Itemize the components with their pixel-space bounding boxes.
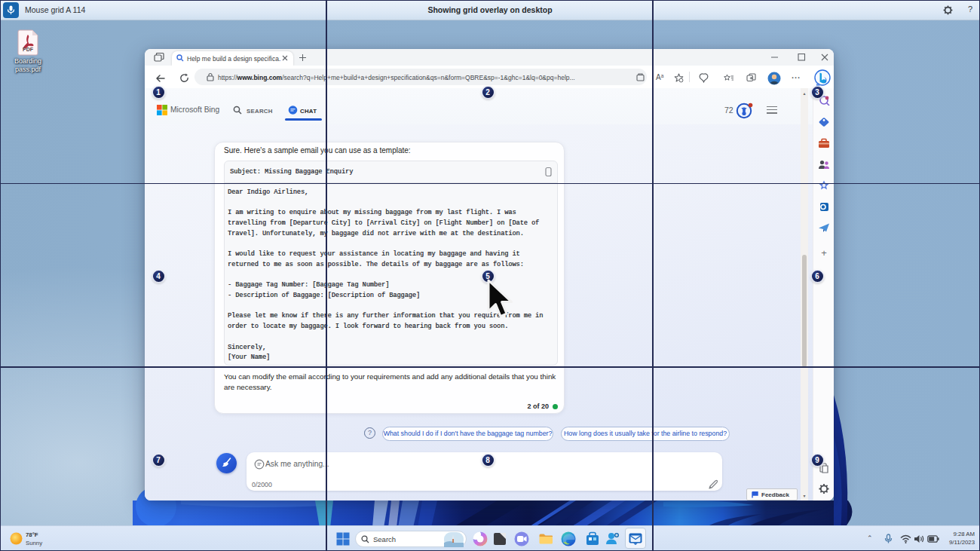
svg-text:PDF: PDF: [23, 47, 34, 52]
